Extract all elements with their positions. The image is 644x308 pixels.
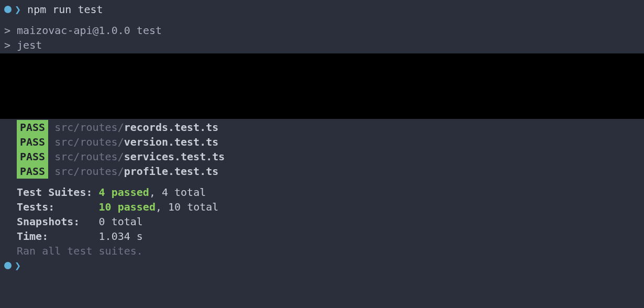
test-file: version.test.ts: [124, 136, 219, 148]
prompt-line-2[interactable]: ❯: [0, 258, 644, 273]
test-path: src/routes/: [54, 121, 124, 134]
prompt-chevron-icon: ❯: [15, 259, 21, 272]
test-path: src/routes/: [54, 165, 124, 178]
summary-suites: Test Suites: 4 passed, 4 total: [0, 185, 644, 200]
test-path: src/routes/: [54, 150, 124, 163]
blackout-region: [0, 53, 644, 119]
test-file: records.test.ts: [124, 121, 219, 134]
test-result-4: PASS src/routes/profile.test.ts: [0, 164, 644, 179]
test-file: services.test.ts: [124, 150, 225, 163]
prompt-line-1[interactable]: ❯ npm run test: [0, 2, 644, 17]
summary-ran: Ran all test suites.: [0, 244, 644, 258]
command-text: npm run test: [27, 3, 103, 16]
test-result-3: PASS src/routes/services.test.ts: [0, 149, 644, 164]
script-header-2: > jest: [0, 38, 644, 52]
prompt-circle-icon: [4, 6, 12, 13]
script-header-1: > maizovac-api@1.0.0 test: [0, 23, 644, 38]
pass-badge: PASS: [17, 135, 48, 149]
summary-snapshots: Snapshots: 0 total: [0, 214, 644, 229]
test-result-1: PASS src/routes/records.test.ts: [0, 120, 644, 135]
prompt-circle-icon: [4, 262, 12, 269]
summary-tests: Tests: 10 passed, 10 total: [0, 200, 644, 214]
pass-badge: PASS: [17, 149, 48, 164]
test-file: profile.test.ts: [124, 165, 219, 178]
test-path: src/routes/: [54, 136, 124, 148]
pass-badge: PASS: [17, 164, 48, 179]
summary-time: Time: 1.034 s: [0, 229, 644, 244]
pass-badge: PASS: [17, 120, 48, 135]
test-result-2: PASS src/routes/version.test.ts: [0, 135, 644, 149]
prompt-chevron-icon: ❯: [15, 3, 21, 16]
